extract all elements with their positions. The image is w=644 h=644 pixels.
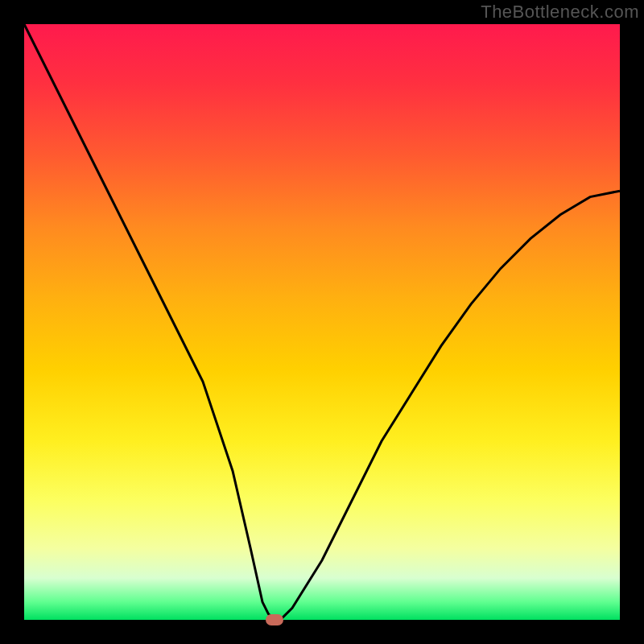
bottleneck-curve: [24, 24, 620, 620]
chart-frame: TheBottleneck.com: [0, 0, 644, 644]
watermark-label: TheBottleneck.com: [481, 2, 639, 23]
optimum-marker-icon: [266, 614, 283, 625]
curve-path: [24, 24, 620, 620]
